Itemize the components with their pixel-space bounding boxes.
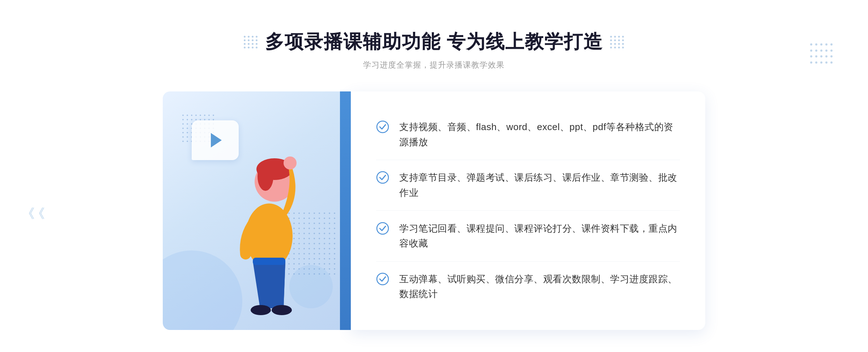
svg-point-6 <box>272 305 292 315</box>
svg-point-9 <box>377 172 388 183</box>
svg-point-11 <box>377 273 388 285</box>
svg-point-10 <box>377 223 388 234</box>
svg-rect-7 <box>253 258 285 265</box>
illustration-card <box>163 91 351 330</box>
header-dot-right <box>610 36 624 48</box>
person-illustration <box>208 120 331 330</box>
check-icon-4 <box>376 272 389 286</box>
header-dot-left <box>244 36 258 48</box>
feature-item-1: 支持视频、音频、flash、word、excel、ppt、pdf等各种格式的资源… <box>376 110 680 160</box>
page-container: 多项录播课辅助功能 专为线上教学打造 学习进度全掌握，提升录播课教学效果 <box>0 8 868 344</box>
feature-text-1: 支持视频、音频、flash、word、excel、ppt、pdf等各种格式的资源… <box>399 120 680 150</box>
header-decorators: 多项录播课辅助功能 专为线上教学打造 <box>244 29 624 55</box>
feature-text-2: 支持章节目录、弹题考试、课后练习、课后作业、章节测验、批改作业 <box>399 170 680 200</box>
check-icon-1 <box>376 120 389 133</box>
top-right-dot-grid <box>810 43 839 65</box>
feature-item-2: 支持章节目录、弹题考试、课后练习、课后作业、章节测验、批改作业 <box>376 160 680 211</box>
feature-text-3: 学习笔记回看、课程提问、课程评论打分、课件资料下载，重点内容收藏 <box>399 221 680 251</box>
sub-title: 学习进度全掌握，提升录播课教学效果 <box>244 60 624 70</box>
blue-stripe <box>340 91 351 330</box>
svg-point-3 <box>258 162 273 191</box>
feature-text-4: 互动弹幕、试听购买、微信分享、观看次数限制、学习进度跟踪、数据统计 <box>399 272 680 302</box>
content-section: 支持视频、音频、flash、word、excel、ppt、pdf等各种格式的资源… <box>163 91 705 330</box>
features-panel: 支持视频、音频、flash、word、excel、ppt、pdf等各种格式的资源… <box>351 91 705 330</box>
main-title: 多项录播课辅助功能 专为线上教学打造 <box>265 29 603 55</box>
check-icon-3 <box>376 222 389 235</box>
svg-point-4 <box>284 156 297 169</box>
svg-point-8 <box>377 121 388 133</box>
check-icon-2 <box>376 171 389 184</box>
svg-point-5 <box>251 305 271 315</box>
feature-item-3: 学习笔记回看、课程提问、课程评论打分、课件资料下载，重点内容收藏 <box>376 211 680 262</box>
header-section: 多项录播课辅助功能 专为线上教学打造 学习进度全掌握，提升录播课教学效果 <box>244 29 624 70</box>
left-arrow-decoration: 《《 <box>22 205 42 223</box>
feature-item-4: 互动弹幕、试听购买、微信分享、观看次数限制、学习进度跟踪、数据统计 <box>376 262 680 312</box>
